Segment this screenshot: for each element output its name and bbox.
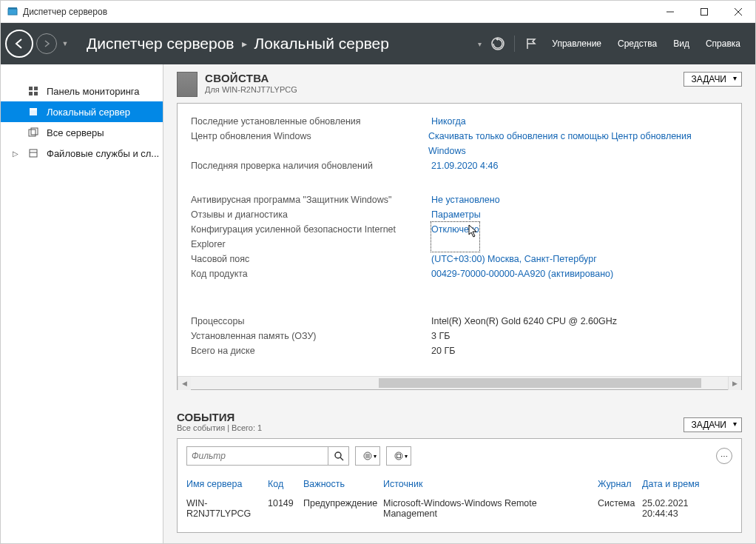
- breadcrumb-more[interactable]: ▾: [478, 40, 482, 48]
- svg-rect-15: [30, 150, 37, 157]
- col-server[interactable]: Имя сервера: [186, 479, 268, 489]
- table-row[interactable]: WIN-R2NJT7LYPCG 10149 Предупреждение Mic…: [186, 492, 732, 525]
- scroll-left-icon[interactable]: ◀: [178, 377, 191, 390]
- svg-rect-10: [34, 92, 38, 95]
- expand-icon[interactable]: ⋯: [716, 448, 732, 464]
- menu-view[interactable]: Вид: [669, 36, 694, 52]
- svg-rect-7: [29, 87, 33, 90]
- sidebar: Панель мониторинга Локальный сервер Все …: [1, 64, 163, 544]
- servers-icon: [27, 127, 39, 138]
- svg-point-23: [395, 452, 402, 460]
- forward-button[interactable]: [36, 33, 57, 54]
- sidebar-item-file-services[interactable]: ▷ Файловые службы и сл...: [1, 143, 163, 164]
- menu-tools[interactable]: Средства: [613, 36, 661, 52]
- header: ▼ Диспетчер серверов ▸ Локальный сервер …: [1, 23, 755, 64]
- sidebar-item-label: Локальный сервер: [47, 107, 130, 118]
- back-button[interactable]: [5, 30, 33, 58]
- dashboard-icon: [27, 85, 39, 97]
- search-icon[interactable]: [328, 447, 348, 465]
- prop-value[interactable]: Параметры: [431, 207, 481, 222]
- nav-dropdown[interactable]: ▼: [60, 30, 70, 58]
- breadcrumb-page: Локальный сервер: [254, 35, 389, 53]
- col-source[interactable]: Источник: [383, 479, 598, 489]
- close-button[interactable]: [721, 1, 755, 23]
- svg-rect-3: [701, 8, 708, 15]
- properties-subtitle: Для WIN-R2NJT7LYPCG: [205, 85, 297, 94]
- list-options-icon[interactable]: [355, 446, 380, 466]
- sidebar-item-label: Все серверы: [47, 127, 104, 138]
- menu-manage[interactable]: Управление: [547, 36, 606, 52]
- server-block-icon: [177, 72, 198, 97]
- prop-value[interactable]: (UTC+03:00) Москва, Санкт-Петербург: [431, 252, 597, 266]
- col-log[interactable]: Журнал: [598, 479, 642, 489]
- prop-value: 20 ГБ: [431, 343, 455, 358]
- prop-label: Последние установленные обновления: [191, 114, 431, 129]
- prop-value[interactable]: Скачивать только обновления с помощью Це…: [428, 129, 728, 158]
- filter-box: [186, 446, 349, 466]
- maximize-button[interactable]: [687, 1, 721, 23]
- filter-input[interactable]: [187, 447, 328, 465]
- minimize-button[interactable]: [653, 1, 687, 23]
- flag-icon[interactable]: [522, 35, 540, 53]
- cell-log: Система: [598, 498, 642, 519]
- cell-severity: Предупреждение: [303, 498, 383, 519]
- prop-value-ie-esc[interactable]: Отключено: [431, 222, 479, 252]
- tasks-button[interactable]: ЗАДАЧИ: [684, 417, 742, 432]
- events-panel: ⋯ Имя сервера Код Важность Источник Журн…: [177, 438, 742, 533]
- prop-value[interactable]: Не установлено: [431, 192, 500, 207]
- save-options-icon[interactable]: [386, 446, 411, 466]
- svg-rect-1: [8, 7, 17, 9]
- prop-value[interactable]: 21.09.2020 4:46: [431, 158, 498, 173]
- breadcrumb: Диспетчер серверов ▸ Локальный сервер: [87, 35, 389, 53]
- prop-value: Intel(R) Xeon(R) Gold 6240 CPU @ 2.60GHz: [431, 314, 617, 329]
- menu-help[interactable]: Справка: [701, 36, 745, 52]
- events-subtitle: Все события | Всего: 1: [177, 423, 262, 432]
- prop-label: Всего на диске: [191, 343, 431, 358]
- prop-value: 3 ГБ: [431, 329, 450, 343]
- prop-label: Антивирусная программа "Защитник Windows…: [191, 192, 431, 207]
- refresh-icon[interactable]: [489, 35, 507, 53]
- prop-label: Конфигурация усиленной безопасности Inte…: [191, 222, 431, 252]
- prop-value[interactable]: Никогда: [431, 114, 466, 129]
- prop-label: Центр обновления Windows: [191, 129, 428, 158]
- prop-label: Часовой пояс: [191, 252, 431, 266]
- horizontal-scrollbar[interactable]: ◀ ▶: [178, 376, 741, 389]
- sidebar-item-local-server[interactable]: Локальный сервер: [1, 101, 163, 122]
- chevron-right-icon[interactable]: ▷: [11, 150, 20, 158]
- cell-source: Microsoft-Windows-Windows Remote Managem…: [383, 498, 598, 519]
- properties-title: СВОЙСТВА: [205, 72, 297, 84]
- svg-rect-14: [31, 128, 38, 135]
- files-icon: [27, 147, 39, 159]
- events-title: СОБЫТИЯ: [177, 411, 262, 423]
- events-table: Имя сервера Код Важность Источник Журнал…: [186, 479, 732, 525]
- svg-rect-8: [34, 87, 38, 90]
- svg-rect-0: [8, 9, 17, 15]
- svg-rect-24: [397, 454, 401, 458]
- svg-line-18: [340, 457, 343, 460]
- cell-datetime: 25.02.2021 20:44:43: [642, 498, 732, 519]
- prop-label: Код продукта: [191, 266, 431, 281]
- col-severity[interactable]: Важность: [303, 479, 383, 489]
- content: СВОЙСТВА Для WIN-R2NJT7LYPCG ЗАДАЧИ Посл…: [163, 64, 755, 544]
- titlebar: Диспетчер серверов: [1, 1, 755, 23]
- server-icon: [27, 106, 39, 118]
- breadcrumb-root[interactable]: Диспетчер серверов: [87, 35, 234, 53]
- scroll-right-icon[interactable]: ▶: [728, 377, 741, 390]
- chevron-right-icon: ▸: [242, 38, 247, 50]
- tasks-button[interactable]: ЗАДАЧИ: [684, 72, 742, 87]
- prop-value[interactable]: 00429-70000-00000-AA920 (активировано): [431, 266, 613, 281]
- col-datetime[interactable]: Дата и время: [642, 479, 732, 489]
- prop-label: Установленная память (ОЗУ): [191, 329, 431, 343]
- prop-label: Отзывы и диагностика: [191, 207, 431, 222]
- properties-panel: Последние установленные обновленияНикогд…: [177, 103, 742, 390]
- col-code[interactable]: Код: [268, 479, 303, 489]
- sidebar-item-label: Панель мониторинга: [47, 86, 140, 97]
- sidebar-item-label: Файловые службы и сл...: [47, 148, 159, 159]
- table-header[interactable]: Имя сервера Код Важность Источник Журнал…: [186, 479, 732, 492]
- sidebar-item-all-servers[interactable]: Все серверы: [1, 122, 163, 143]
- app-icon: [7, 6, 18, 18]
- scrollbar-thumb[interactable]: [379, 378, 701, 388]
- sidebar-item-dashboard[interactable]: Панель мониторинга: [1, 81, 163, 101]
- svg-rect-9: [29, 92, 33, 95]
- svg-rect-12: [30, 108, 37, 110]
